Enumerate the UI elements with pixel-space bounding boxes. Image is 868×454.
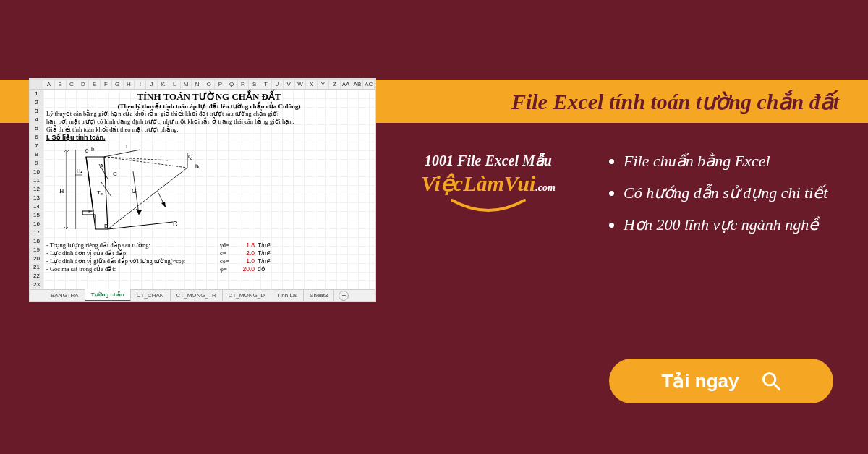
section-heading: I. Số liệu tính toán. [46,134,372,141]
column-header: S [249,80,260,89]
excel-preview: ABCDEFGHIJKLMNOPQRSTUVWXYZAAABAC 1234567… [29,78,376,302]
svg-text:H: H [59,187,64,194]
param-row: - Trọng lượng riêng đất đắp sau tường:γđ… [46,241,372,249]
svg-line-5 [67,226,69,229]
sheet-tabs: BANGTRATường chắnCT_CHANCT_MONG_TRCT_MON… [30,289,375,301]
row-number: 2 [30,98,43,107]
row-number: 19 [30,246,43,254]
svg-text:E: E [88,208,92,215]
row-number: 6 [30,133,43,142]
intro-line: hạn bởi mặt trượt có hình dạng định trướ… [46,118,372,126]
column-header: E [89,80,101,89]
page-title: File Excel tính toán tường chắn đất [511,89,839,114]
smile-icon [405,199,571,219]
row-number: 5 [30,124,43,133]
svg-line-9 [104,150,140,157]
row-number: 9 [30,159,43,168]
row-number: 4 [30,116,43,124]
column-header: U [272,80,284,89]
row-number: 15 [30,211,43,220]
row-number: 1 [30,90,43,98]
list-item: File chuẩn bằng Excel [624,152,827,171]
row-number: 20 [30,254,43,263]
param-row: - Lực dính đơn vị của đất đắp:c=2.0T/m² [46,249,372,257]
logo-tagline: 1001 File Excel Mẫu [405,152,571,169]
svg-line-8 [86,157,95,229]
param-row: - Góc ma sát trong của đất:φ=20.0độ [46,265,372,273]
download-button[interactable]: Tải ngay [609,359,833,403]
column-header: O [203,80,215,89]
cta-label: Tải ngay [661,370,739,393]
sheet-tab[interactable]: Sheet3 [304,290,334,301]
svg-marker-7 [82,157,108,229]
column-header: A [43,80,55,89]
row-number: 17 [30,228,43,237]
svg-text:Tₐ: Tₐ [97,189,103,196]
row-number: 14 [30,202,43,211]
column-header: M [181,80,192,89]
column-header: I [135,80,146,89]
add-sheet-button[interactable]: + [339,291,349,301]
svg-line-3 [67,150,69,153]
svg-text:I: I [126,143,127,150]
svg-text:C: C [113,171,117,177]
svg-line-10 [104,157,169,160]
search-icon [761,371,781,391]
logo-brand: ViệcLàmVui.com [405,171,571,196]
column-header: AA [341,80,352,89]
column-header: Q [226,80,238,89]
param-row: - Lực dính đơn vị giữa đất đắp với lưng … [46,257,372,265]
sheet-tab[interactable]: CT_MONG_TR [171,290,223,301]
logo-block: 1001 File Excel Mẫu ViệcLàmVui.com [405,152,571,219]
bullet-list: File chuẩn bằng ExcelCó hướng dẫn sử dụn… [608,152,827,234]
svg-line-11 [104,157,187,168]
column-header: Z [329,80,341,89]
doc-subtitle: (Theo lý thuyết tính toán áp lực đất lên… [46,103,372,110]
svg-line-36 [773,384,779,390]
row-number: 16 [30,220,43,228]
column-headers: ABCDEFGHIJKLMNOPQRSTUVWXYZAAABAC [30,80,375,90]
list-item: Có hướng dẫn sử dụng chi tiết [624,184,827,202]
column-header: W [295,80,307,89]
svg-text:A: A [100,163,104,169]
row-number: 8 [30,150,43,159]
svg-text:Q: Q [188,153,192,160]
sheet-tab[interactable]: CT_MONG_D [223,290,271,301]
svg-text:B: B [104,223,108,229]
column-header: H [124,80,135,89]
row-number: 10 [30,168,43,176]
column-header: Y [318,80,329,89]
svg-line-16 [108,222,173,229]
svg-marker-28 [161,202,166,207]
column-header: C [67,80,78,89]
intro-line: Lý thuyết cân bằng giới hạn của khối rắn… [46,110,372,118]
row-number: 3 [30,107,43,116]
svg-line-2 [64,150,67,153]
svg-text:R: R [173,220,178,227]
column-header: G [112,80,124,89]
doc-title: TÍNH TOÁN TƯỜNG CHẮN ĐẤT [46,91,372,103]
column-header: D [77,80,89,89]
column-header: AC [363,80,375,89]
feature-list: File chuẩn bằng ExcelCó hướng dẫn sử dụn… [608,152,827,247]
column-header: V [284,80,295,89]
column-header: L [169,80,181,89]
row-number: 12 [30,185,43,194]
parameters-block: - Trọng lượng riêng đất đắp sau tường:γđ… [46,241,372,273]
sheet-tab[interactable]: BANGTRA [45,290,85,301]
technical-diagram: H I Q h₀ R A Tₐ C [54,142,242,240]
row-numbers: 123456789101112131415161718192021222324 [30,90,43,298]
sheet-tab[interactable]: CT_CHAN [131,290,171,301]
row-number: 11 [30,176,43,185]
column-header: K [158,80,169,89]
intro-line: Giả thiết tính toán khối đất theo mặt tr… [46,126,372,134]
sheet-tab[interactable]: Tinh Lai [271,290,304,301]
column-header: T [260,80,272,89]
svg-line-4 [64,226,67,229]
column-header: N [192,80,203,89]
svg-text:0: 0 [85,147,89,154]
column-header: R [238,80,250,89]
column-header: B [55,80,67,89]
sheet-tab[interactable]: Tường chắn [85,289,131,301]
column-header: P [215,80,226,89]
